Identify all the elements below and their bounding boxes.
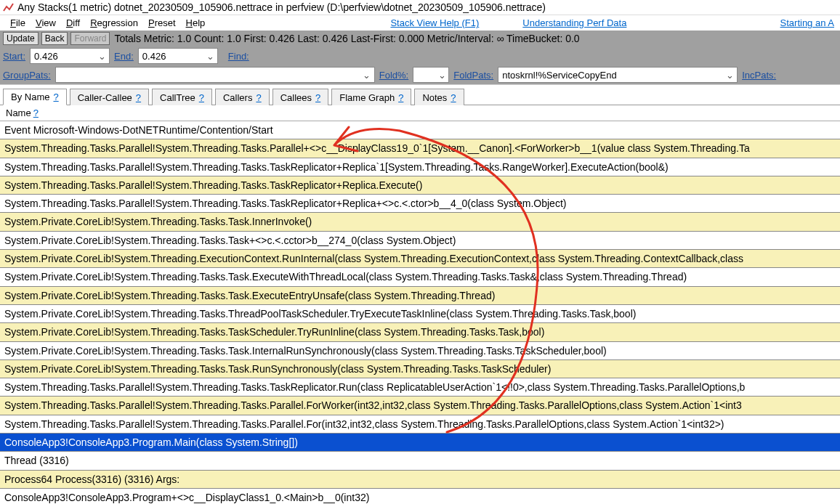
update-button[interactable]: Update bbox=[3, 32, 39, 45]
toolbar: Update Back Forward Totals Metric: 1.0 C… bbox=[0, 31, 840, 46]
col-name: Name bbox=[6, 107, 31, 118]
forward-button: Forward bbox=[70, 32, 110, 45]
end-input[interactable] bbox=[141, 49, 206, 62]
table-row[interactable]: System.Threading.Tasks.Parallel!System.T… bbox=[0, 195, 840, 213]
table-row[interactable]: System.Private.CoreLib!System.Threading.… bbox=[0, 360, 840, 378]
app-icon bbox=[3, 1, 15, 13]
menu-view[interactable]: View bbox=[31, 17, 60, 29]
table-row[interactable]: System.Private.CoreLib!System.Threading.… bbox=[0, 213, 840, 231]
menu-help[interactable]: Help bbox=[182, 17, 210, 29]
tab-calltree[interactable]: CallTree ? bbox=[152, 89, 212, 105]
window-titlebar: Any Stacks(1 metric) dotnet_20230509_105… bbox=[0, 0, 840, 15]
tab-help-icon[interactable]: ? bbox=[199, 92, 204, 103]
tab-help-icon[interactable]: ? bbox=[398, 92, 403, 103]
menu-preset[interactable]: Preset bbox=[144, 17, 180, 29]
chevron-down-icon[interactable]: ⌄ bbox=[98, 51, 107, 62]
totals-summary: Totals Metric: 1.0 Count: 1.0 First: 0.4… bbox=[114, 33, 579, 44]
table-row[interactable]: System.Threading.Tasks.Parallel!System.T… bbox=[0, 139, 840, 158]
tab-callees[interactable]: Callees ? bbox=[272, 89, 329, 105]
table-row[interactable]: System.Private.CoreLib!System.Threading.… bbox=[0, 323, 840, 341]
find-label[interactable]: Find: bbox=[228, 51, 249, 62]
table-row[interactable]: System.Threading.Tasks.Parallel!System.T… bbox=[0, 378, 840, 397]
window-title: Any Stacks(1 metric) dotnet_20230509_105… bbox=[17, 1, 546, 13]
grouppats-input[interactable] bbox=[58, 68, 362, 81]
start-dropdown[interactable]: ⌄ bbox=[30, 48, 110, 64]
table-row[interactable]: System.Private.CoreLib!System.Threading.… bbox=[0, 250, 840, 268]
table-row[interactable]: System.Private.CoreLib!System.Threading.… bbox=[0, 342, 840, 360]
start-label[interactable]: Start: bbox=[3, 51, 25, 62]
filter-row-pats: GroupPats: ⌄ Fold%: ⌄ FoldPats: ⌄ IncPat… bbox=[0, 65, 840, 84]
chevron-down-icon[interactable]: ⌄ bbox=[438, 70, 446, 81]
foldpct-input[interactable] bbox=[416, 68, 438, 81]
tab-help-icon[interactable]: ? bbox=[315, 92, 320, 103]
table-row[interactable]: ConsoleApp3!ConsoleApp3.Program+<>c__Dis… bbox=[0, 489, 840, 504]
tab-strip: By Name ? Caller-Callee ? CallTree ? Cal… bbox=[0, 84, 840, 105]
table-row[interactable]: System.Threading.Tasks.Parallel!System.T… bbox=[0, 397, 840, 415]
tab-help-icon[interactable]: ? bbox=[53, 92, 58, 102]
foldpct-dropdown[interactable]: ⌄ bbox=[413, 67, 449, 83]
chevron-down-icon[interactable]: ⌄ bbox=[725, 70, 735, 81]
menu-file[interactable]: File bbox=[6, 17, 30, 29]
back-button[interactable]: Back bbox=[41, 32, 68, 45]
tab-help-icon[interactable]: ? bbox=[136, 92, 141, 103]
tab-caller-callee[interactable]: Caller-Callee ? bbox=[70, 89, 149, 105]
table-row[interactable]: System.Private.CoreLib!System.Threading.… bbox=[0, 232, 840, 250]
tab-help-icon[interactable]: ? bbox=[256, 92, 261, 103]
menu-diff[interactable]: Diff bbox=[62, 17, 84, 29]
table-row[interactable]: System.Threading.Tasks.Parallel!System.T… bbox=[0, 158, 840, 176]
link-understanding-perf[interactable]: Understanding Perf Data bbox=[522, 17, 626, 28]
col-help-icon[interactable]: ? bbox=[33, 107, 39, 118]
chevron-down-icon[interactable]: ⌄ bbox=[206, 51, 215, 62]
foldpats-label[interactable]: FoldPats: bbox=[453, 70, 493, 81]
table-row[interactable]: System.Private.CoreLib!System.Threading.… bbox=[0, 268, 840, 286]
link-starting-analysis[interactable]: Starting an A bbox=[780, 17, 834, 28]
menu-regression[interactable]: Regression bbox=[86, 17, 142, 29]
table-row[interactable]: System.Private.CoreLib!System.Threading.… bbox=[0, 305, 840, 323]
incpats-label[interactable]: IncPats: bbox=[742, 70, 776, 81]
table-row[interactable]: Process64 Process(3316) (3316) Args: bbox=[0, 471, 840, 489]
filter-row-time: Start: ⌄ End: ⌄ Find: bbox=[0, 46, 840, 65]
tab-notes[interactable]: Notes ? bbox=[414, 89, 464, 105]
table-row[interactable]: System.Threading.Tasks.Parallel!System.T… bbox=[0, 176, 840, 195]
tab-by-name[interactable]: By Name ? bbox=[3, 89, 67, 105]
foldpats-dropdown[interactable]: ⌄ bbox=[498, 67, 738, 83]
end-dropdown[interactable]: ⌄ bbox=[138, 48, 218, 64]
table-row[interactable]: System.Private.CoreLib!System.Threading.… bbox=[0, 287, 840, 305]
grouppats-dropdown[interactable]: ⌄ bbox=[55, 67, 375, 83]
grid-body: Event Microsoft-Windows-DotNETRuntime/Co… bbox=[0, 121, 840, 504]
grid-header[interactable]: Name ? bbox=[0, 105, 840, 121]
table-row[interactable]: ConsoleApp3!ConsoleApp3.Program.Main(cla… bbox=[0, 434, 840, 452]
table-row[interactable]: Thread (3316) bbox=[0, 452, 840, 470]
tab-callers[interactable]: Callers ? bbox=[215, 89, 270, 105]
start-input[interactable] bbox=[33, 49, 98, 62]
end-label[interactable]: End: bbox=[114, 51, 134, 62]
menu-bar: File View Diff Regression Preset Help St… bbox=[0, 15, 840, 31]
tab-flame-graph[interactable]: Flame Graph ? bbox=[331, 89, 411, 105]
foldpct-label[interactable]: Fold%: bbox=[379, 70, 408, 81]
grouppats-label[interactable]: GroupPats: bbox=[3, 70, 51, 81]
chevron-down-icon[interactable]: ⌄ bbox=[362, 70, 372, 81]
table-row[interactable]: Event Microsoft-Windows-DotNETRuntime/Co… bbox=[0, 121, 840, 139]
foldpats-input[interactable] bbox=[501, 68, 725, 81]
link-stack-view-help[interactable]: Stack View Help (F1) bbox=[390, 17, 479, 28]
tab-help-icon[interactable]: ? bbox=[451, 92, 456, 103]
table-row[interactable]: System.Threading.Tasks.Parallel!System.T… bbox=[0, 415, 840, 434]
find-input[interactable] bbox=[254, 48, 258, 64]
